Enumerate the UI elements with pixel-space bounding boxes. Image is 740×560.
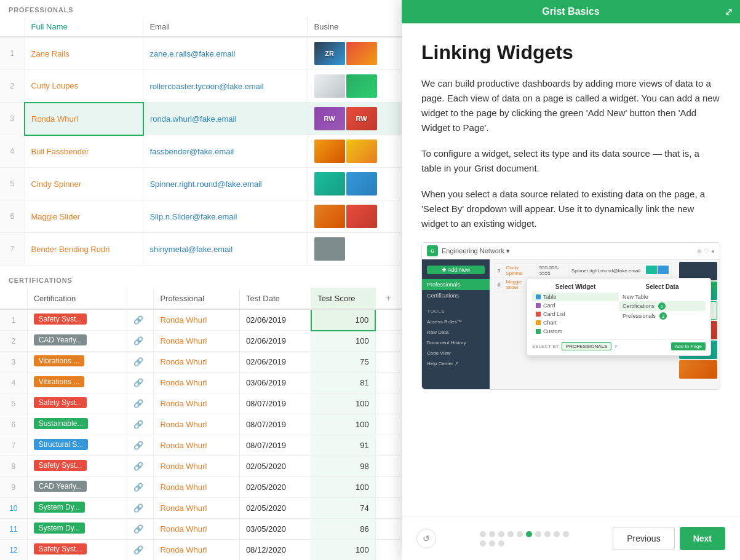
- dot-13[interactable]: [498, 540, 504, 546]
- modal-close-icon[interactable]: ⤢: [725, 6, 733, 18]
- ss-sidebar: ✚ Add New Professionals Certifications T…: [422, 259, 490, 389]
- prof-row-1[interactable]: 1 Zane Rails zane.e.rails@fake.email ZR: [0, 37, 406, 70]
- cert-link-7[interactable]: 🔗: [127, 435, 154, 456]
- prof-col-business[interactable]: Busine: [308, 17, 405, 37]
- cert-link-3[interactable]: 🔗: [127, 352, 154, 373]
- cert-link-1[interactable]: 🔗: [127, 309, 154, 331]
- cert-link-6[interactable]: 🔗: [127, 414, 154, 435]
- link-icon-6[interactable]: 🔗: [133, 420, 143, 429]
- cert-row-11[interactable]: 11 System Dy... 🔗 Ronda Whurl 03/05/2020…: [0, 519, 406, 540]
- ss-mini-row-6-num: 6: [495, 278, 503, 292]
- prof-row-2[interactable]: 2 Curly Loupes rollercoaster.tycoon@fake…: [0, 70, 406, 103]
- cert-link-8[interactable]: 🔗: [127, 456, 154, 477]
- ss-main: 5 Cindy Spinner 555-555-5555 Spinner.rig…: [490, 259, 677, 389]
- cert-link-5[interactable]: 🔗: [127, 393, 154, 414]
- cert-col-score[interactable]: Test Score: [311, 288, 376, 309]
- link-icon-8[interactable]: 🔗: [133, 462, 143, 471]
- next-button[interactable]: Next: [680, 527, 725, 550]
- cert-link-9[interactable]: 🔗: [127, 477, 154, 498]
- dot-10[interactable]: [563, 531, 569, 537]
- cert-col-rownum: [0, 288, 27, 309]
- previous-button[interactable]: Previous: [613, 527, 674, 550]
- prof-col-email[interactable]: Email: [143, 17, 308, 37]
- link-icon-7[interactable]: 🔗: [133, 441, 143, 450]
- cert-row-3[interactable]: 3 Vibrations ... 🔗 Ronda Whurl 02/06/201…: [0, 352, 406, 373]
- prof-row-5[interactable]: 5 Cindy Spinner Spinner.right.round@fake…: [0, 168, 406, 200]
- cert-row-9[interactable]: 9 CAD Yearly... 🔗 Ronda Whurl 02/05/2020…: [0, 477, 406, 498]
- prof-row-4[interactable]: 4 Bull Fassbender fassbender@fake.email: [0, 135, 406, 168]
- dot-9[interactable]: [554, 531, 560, 537]
- footer-back-btn[interactable]: ↺: [416, 529, 436, 548]
- left-panel: PROFESSIONALS Full Name Email Busine 1 Z…: [0, 0, 406, 560]
- link-icon-1[interactable]: 🔗: [133, 315, 143, 325]
- ss-select-by-help[interactable]: ?: [614, 344, 616, 349]
- link-icon-5[interactable]: 🔗: [133, 399, 143, 408]
- cert-link-12[interactable]: 🔗: [127, 540, 154, 561]
- cert-row-10[interactable]: 10 System Dy... 🔗 Ronda Whurl 02/05/2020…: [0, 498, 406, 519]
- cert-link-2[interactable]: 🔗: [127, 331, 154, 352]
- prof-row-6[interactable]: 6 Maggie Slider Slip.n.Slider@fake.email: [0, 200, 406, 233]
- cert-row-2[interactable]: 2 CAD Yearly... 🔗 Ronda Whurl 02/06/2019…: [0, 331, 406, 352]
- cert-row-12[interactable]: 12 Safety Syst... 🔗 Ronda Whurl 08/12/20…: [0, 540, 406, 561]
- cert-date-4: 03/06/2019: [239, 373, 311, 393]
- prof-rownum-6: 6: [0, 200, 25, 233]
- ss-select-by-label: SELECT BY: [532, 344, 559, 349]
- cert-row-7[interactable]: 7 Structural S... 🔗 Ronda Whurl 08/07/20…: [0, 435, 406, 456]
- link-icon-3[interactable]: 🔗: [133, 357, 143, 366]
- cert-date-7: 08/07/2019: [239, 435, 311, 456]
- prof-col-name[interactable]: Full Name: [25, 17, 143, 37]
- thumb-3b: RW: [346, 107, 377, 130]
- cert-link-10[interactable]: 🔗: [127, 498, 154, 519]
- ss-topbar: G Engineering Network ▾ ⊕ ♡ ●: [422, 243, 720, 259]
- cert-row-5[interactable]: 5 Safety Syst... 🔗 Ronda Whurl 08/07/201…: [0, 393, 406, 414]
- cert-link-11[interactable]: 🔗: [127, 519, 154, 540]
- professionals-table: Full Name Email Busine 1 Zane Rails zane…: [0, 17, 406, 266]
- ss-dialog-header: Select Widget Table Card Card List: [532, 283, 706, 336]
- ss-sidebar-rawdata: Raw Data: [422, 327, 490, 337]
- dot-11[interactable]: [480, 540, 486, 546]
- add-column-btn[interactable]: +: [382, 293, 395, 303]
- dot-8[interactable]: [544, 531, 551, 537]
- cert-col-prof[interactable]: Professional: [154, 288, 239, 309]
- modal-title-text: Grist Basics: [542, 6, 599, 17]
- cert-col-date[interactable]: Test Date: [239, 288, 311, 309]
- link-icon-10[interactable]: 🔗: [133, 503, 143, 513]
- prof-row-7[interactable]: 7 Bender Bending Rodri shinymetal@fake.e…: [0, 233, 406, 266]
- dot-3[interactable]: [498, 531, 504, 537]
- cert-col-cert[interactable]: Certification: [27, 288, 127, 309]
- cert-link-4[interactable]: 🔗: [127, 373, 154, 393]
- cert-score-1: 100: [311, 309, 376, 331]
- dot-6[interactable]: [526, 531, 532, 537]
- dot-7[interactable]: [535, 531, 541, 537]
- link-icon-9[interactable]: 🔗: [133, 483, 143, 492]
- link-icon-2[interactable]: 🔗: [133, 336, 143, 345]
- cert-date-3: 02/06/2019: [239, 352, 311, 373]
- prof-email-6: Slip.n.Slider@fake.email: [143, 200, 308, 233]
- thumb-2a: [314, 74, 345, 98]
- cert-prof-9: Ronda Whurl: [154, 477, 239, 498]
- cert-badge-3: Vibrations ...: [34, 355, 84, 366]
- modal-header: Grist Basics ⤢: [402, 0, 740, 23]
- cert-rownum-2: 2: [0, 331, 27, 352]
- dot-5[interactable]: [517, 531, 523, 537]
- ss-sidebar-professionals: Professionals: [422, 279, 490, 290]
- cert-badge-cell-6: Sustainable...: [27, 414, 127, 435]
- cert-row-8[interactable]: 8 Safety Syst... 🔗 Ronda Whurl 02/05/202…: [0, 456, 406, 477]
- dot-12[interactable]: [489, 540, 495, 546]
- dots-row-2: [480, 540, 569, 546]
- link-icon-4[interactable]: 🔗: [133, 378, 143, 387]
- dot-1[interactable]: [480, 531, 486, 537]
- dot-2[interactable]: [489, 531, 495, 537]
- cert-row-4[interactable]: 4 Vibrations ... 🔗 Ronda Whurl 03/06/201…: [0, 373, 406, 393]
- ss-dialog: Select Widget Table Card Card List: [527, 278, 711, 356]
- cert-badge-cell-12: Safety Syst...: [27, 540, 127, 561]
- cert-row-1[interactable]: 1 Safety Syst... 🔗 Ronda Whurl 02/06/201…: [0, 309, 406, 331]
- ss-add-to-page-btn[interactable]: Add to Page: [671, 342, 706, 350]
- dot-4[interactable]: [507, 531, 514, 537]
- link-icon-11[interactable]: 🔗: [133, 524, 143, 534]
- cert-row-6[interactable]: 6 Sustainable... 🔗 Ronda Whurl 08/07/201…: [0, 414, 406, 435]
- prof-row-3[interactable]: 3 Ronda Whurl ronda.whurl@fake.email RW …: [0, 103, 406, 135]
- link-icon-12[interactable]: 🔗: [133, 545, 143, 554]
- certifications-table: Certification Professional Test Date Tes…: [0, 288, 406, 560]
- prof-rownum-7: 7: [0, 233, 25, 266]
